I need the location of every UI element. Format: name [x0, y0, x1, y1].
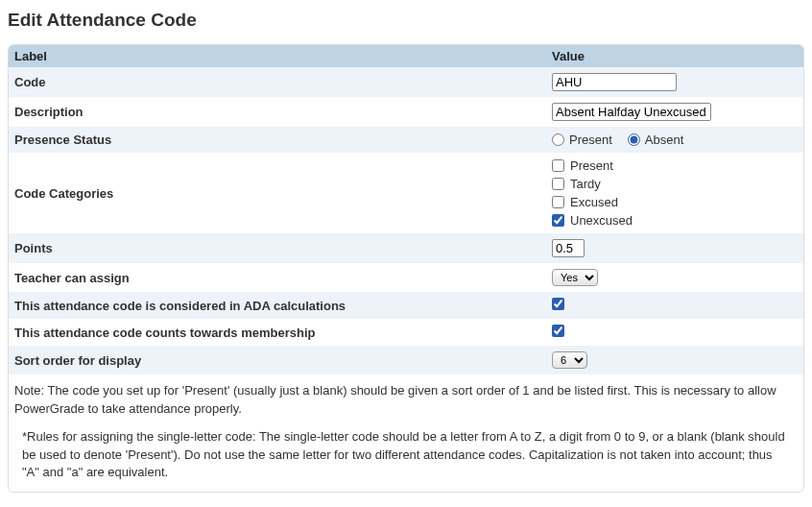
- membership-checkbox[interactable]: [552, 325, 564, 337]
- label-membership: This attendance code counts towards memb…: [9, 319, 546, 346]
- form-table: Label Value Code Description Presence St…: [9, 45, 803, 374]
- radio-absent-text: Absent: [645, 133, 683, 147]
- radio-absent[interactable]: [628, 133, 640, 146]
- row-sort-order: Sort order for display 6: [9, 346, 803, 374]
- note-rules: *Rules for assigning the single-letter c…: [9, 421, 803, 493]
- label-presence: Presence Status: [9, 127, 546, 153]
- code-input[interactable]: [552, 73, 677, 91]
- points-input[interactable]: [552, 239, 585, 257]
- label-categories: Code Categories: [9, 153, 546, 233]
- row-ada: This attendance code is considered in AD…: [9, 292, 803, 319]
- cb-present-label[interactable]: Present: [552, 158, 798, 173]
- cb-excused-label[interactable]: Excused: [552, 195, 798, 209]
- row-points: Points: [9, 233, 803, 263]
- label-points: Points: [9, 233, 546, 263]
- label-teacher-assign: Teacher can assign: [9, 263, 546, 292]
- form-panel: Label Value Code Description Presence St…: [8, 44, 804, 493]
- cb-present[interactable]: [552, 159, 564, 172]
- radio-absent-label[interactable]: Absent: [628, 133, 683, 147]
- cb-tardy-text: Tardy: [570, 177, 601, 191]
- cb-excused[interactable]: [552, 196, 564, 208]
- cb-excused-text: Excused: [570, 195, 618, 209]
- row-teacher-assign: Teacher can assign Yes: [9, 263, 803, 292]
- radio-present[interactable]: [552, 133, 564, 146]
- cb-tardy-label[interactable]: Tardy: [552, 177, 798, 191]
- cb-unexcused-text: Unexcused: [570, 213, 633, 228]
- radio-present-label[interactable]: Present: [552, 133, 612, 147]
- cb-unexcused[interactable]: [552, 214, 564, 227]
- row-membership: This attendance code counts towards memb…: [9, 319, 803, 346]
- header-value: Value: [546, 45, 803, 67]
- label-sort-order: Sort order for display: [9, 346, 546, 374]
- row-presence: Presence Status Present Absent: [9, 127, 803, 153]
- label-code: Code: [9, 67, 546, 97]
- row-description: Description: [9, 97, 803, 127]
- row-code: Code: [9, 67, 803, 97]
- description-input[interactable]: [552, 103, 711, 121]
- note-sort-order: Note: The code you set up for 'Present' …: [9, 374, 803, 421]
- header-label: Label: [9, 45, 546, 67]
- teacher-assign-select[interactable]: Yes: [552, 269, 598, 286]
- ada-checkbox[interactable]: [552, 298, 564, 310]
- label-ada: This attendance code is considered in AD…: [9, 292, 546, 319]
- sort-order-select[interactable]: 6: [552, 351, 587, 369]
- radio-present-text: Present: [569, 133, 612, 147]
- page-title: Edit Attendance Code: [8, 10, 804, 31]
- cb-tardy[interactable]: [552, 178, 564, 190]
- cb-unexcused-label[interactable]: Unexcused: [552, 213, 798, 228]
- label-description: Description: [9, 97, 546, 127]
- table-header-row: Label Value: [9, 45, 803, 67]
- row-categories: Code Categories Present Tardy Excused: [9, 153, 803, 233]
- cb-present-text: Present: [570, 158, 613, 173]
